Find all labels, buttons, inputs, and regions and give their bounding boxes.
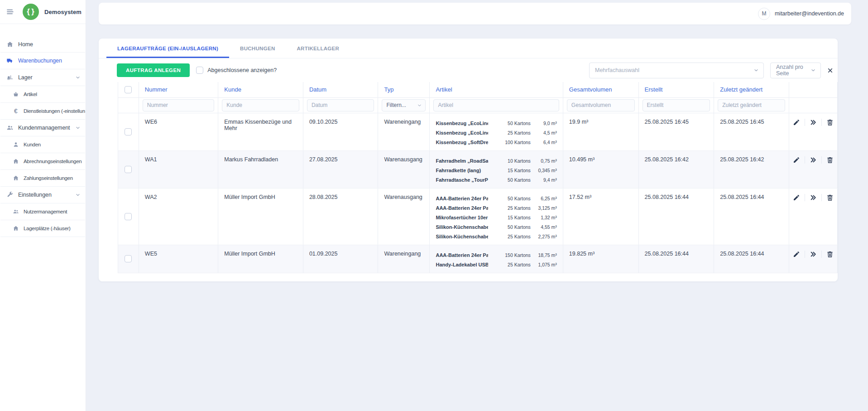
article-quantity: 50 Kartons: [491, 194, 531, 203]
column-header-typ[interactable]: Typ: [378, 82, 430, 97]
chevron-down-icon: [75, 75, 81, 80]
close-icon: [827, 68, 833, 73]
sidebar-item-lagerpl-tze-h-user[interactable]: Lagerplätze (-häuser): [0, 220, 85, 237]
tab-lagerauftraege[interactable]: LAGERAUFTRÄGE (EIN-/AUSLAGERN): [106, 39, 229, 58]
artikel-filter-input[interactable]: [433, 99, 559, 111]
edit-button[interactable]: [792, 194, 801, 201]
tab-artikellager[interactable]: ARTIKELLAGER: [286, 39, 350, 58]
article-name: Handy-Ladekabel USB-C 3er Set: [436, 260, 488, 270]
cell-nummer: WE6: [139, 113, 218, 150]
typ-filter-select[interactable]: Filtern...: [382, 99, 426, 111]
erstellt-filter-input[interactable]: [643, 99, 710, 111]
page-size-dropdown[interactable]: Anzahl pro Seite: [770, 63, 821, 78]
delete-button[interactable]: [825, 194, 834, 201]
article-volume: 18,75 m³: [533, 251, 557, 260]
users-icon: [12, 208, 19, 216]
cell-actions: [789, 245, 837, 273]
chevron-down-icon: [417, 103, 422, 108]
show-completed-checkbox[interactable]: [196, 67, 203, 74]
multi-select-placeholder: Mehrfachauswahl: [595, 67, 639, 73]
sidebar-item-einstellungen[interactable]: Einstellungen: [0, 187, 85, 203]
article-quantity: 15 Kartons: [491, 213, 531, 222]
article-quantity: 50 Kartons: [491, 119, 531, 128]
article-line: AAA-Batterien 24er Pack150 Kartons18,75 …: [436, 251, 556, 260]
article-volume: 0,345 m³: [533, 166, 557, 175]
menu-icon[interactable]: [5, 7, 14, 16]
article-name: Silikon-Küchenschaber 4er Set: [436, 232, 488, 242]
brand-title: Demosystem: [44, 9, 82, 15]
kunde-filter-input[interactable]: [222, 99, 299, 111]
action-divider: [805, 251, 805, 258]
advance-button[interactable]: [809, 251, 818, 258]
article-volume: 9,4 m³: [533, 175, 557, 185]
edit-button[interactable]: [792, 119, 801, 126]
edit-button[interactable]: [792, 251, 801, 258]
article-volume: 2,275 m³: [533, 232, 557, 242]
truck-icon: [6, 57, 14, 65]
column-header-erstellt[interactable]: Erstellt: [638, 82, 714, 97]
advance-button[interactable]: [809, 119, 818, 126]
row-checkbox[interactable]: [125, 166, 132, 173]
cell-datum: 01.09.2025: [303, 245, 378, 273]
column-header-datum[interactable]: Datum: [303, 82, 378, 97]
article-line: AAA-Batterien 24er Pack25 Kartons3,125 m…: [436, 203, 556, 213]
user-menu[interactable]: M mitarbeiter@indevention.de: [758, 8, 844, 20]
cell-zuletzt_geaendert: 25.08.2025 16:44: [714, 188, 789, 245]
avatar: M: [758, 8, 770, 20]
cell-gesamtvolumen: 10.495 m³: [563, 150, 638, 188]
cell-kunde: Müller Import GmbH: [218, 188, 303, 245]
sidebar-item-abrechnungseinstellungen[interactable]: Abrechnungseinstellungen: [0, 153, 85, 170]
nummer-filter-input[interactable]: [143, 99, 214, 111]
toolbar: AUFTRAG ANLEGEN Abgeschlossene anzeigen?…: [99, 58, 838, 82]
sidebar-item-lager[interactable]: Lager: [0, 69, 85, 86]
column-header-zuletzt_geaendert[interactable]: Zuletzt geändert: [714, 82, 789, 97]
row-checkbox-cell: [118, 188, 139, 245]
advance-button[interactable]: [809, 156, 818, 164]
article-quantity: 25 Kartons: [491, 203, 531, 213]
home-icon: [6, 40, 14, 48]
delete-button[interactable]: [825, 119, 834, 126]
filter-cell-artikel: [430, 97, 563, 113]
sidebar-item-artikel[interactable]: Artikel: [0, 86, 85, 103]
zuletzt_geaendert-filter-input[interactable]: [718, 99, 785, 111]
article-volume: 9,0 m³: [533, 119, 557, 128]
table-row-wa2: WA2Müller Import GmbH28.08.2025Warenausg…: [118, 188, 838, 245]
row-checkbox[interactable]: [125, 255, 132, 262]
column-header-nummer[interactable]: Nummer: [139, 82, 218, 97]
create-order-button[interactable]: AUFTRAG ANLEGEN: [117, 63, 190, 77]
article-quantity: 50 Kartons: [491, 175, 531, 185]
multi-select-dropdown[interactable]: Mehrfachauswahl: [589, 63, 764, 78]
sidebar-item-home[interactable]: Home: [0, 36, 85, 53]
reset-filters-button[interactable]: [826, 67, 834, 74]
sidebar-item-zahlungseinstellungen[interactable]: Zahlungseinstellungen: [0, 170, 85, 187]
cell-gesamtvolumen: 19.825 m³: [563, 245, 638, 273]
sidebar-item-nutzermanagement[interactable]: Nutzermanagement: [0, 203, 85, 220]
tab-bar: LAGERAUFTRÄGE (EIN-/AUSLAGERN) BUCHUNGEN…: [99, 39, 838, 58]
article-name: Silikon-Küchenschaber 4er Set: [436, 222, 488, 232]
sidebar-item-dienstleistungen-einstellung[interactable]: €Dienstleistungen (-einstellung): [0, 103, 85, 120]
datum-filter-input[interactable]: [307, 99, 374, 111]
advance-button[interactable]: [809, 194, 818, 201]
trash-icon: [826, 251, 834, 258]
brand-bar: { } Demosystem: [0, 0, 86, 24]
sidebar-item-warenbuchungen[interactable]: Warenbuchungen: [0, 53, 85, 69]
row-checkbox[interactable]: [125, 213, 132, 220]
column-header-gesamtvolumen[interactable]: Gesamtvolumen: [563, 82, 638, 97]
delete-button[interactable]: [825, 251, 834, 258]
column-header-kunde[interactable]: Kunde: [218, 82, 303, 97]
delete-button[interactable]: [825, 156, 834, 164]
sidebar-item-kundenmanagement[interactable]: Kundenmanagement: [0, 120, 85, 136]
select-all-checkbox[interactable]: [125, 86, 132, 93]
gesamtvolumen-filter-input[interactable]: [567, 99, 635, 111]
article-line: Silikon-Küchenschaber 4er Set25 Kartons2…: [436, 232, 556, 242]
row-checkbox[interactable]: [125, 128, 132, 135]
column-header-artikel[interactable]: Artikel: [430, 82, 563, 97]
cell-zuletzt_geaendert: 25.08.2025 16:44: [714, 245, 789, 273]
cell-actions: [789, 113, 837, 150]
article-volume: 1,32 m³: [533, 213, 557, 222]
pencil-icon: [793, 251, 800, 258]
tab-buchungen[interactable]: BUCHUNGEN: [229, 39, 286, 58]
edit-button[interactable]: [792, 156, 801, 164]
article-line: Silikon-Küchenschaber 4er Set50 Kartons4…: [436, 222, 556, 232]
sidebar-item-kunden[interactable]: Kunden: [0, 136, 85, 153]
